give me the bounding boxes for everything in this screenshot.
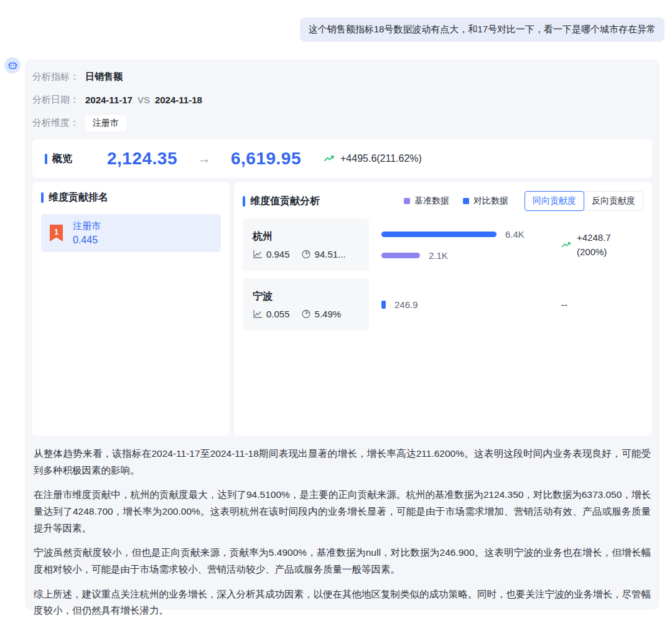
rank-1-flag-icon: 1: [50, 225, 63, 241]
legend-compare-data: 对比数据: [463, 195, 508, 207]
legend-base-label: 基准数据: [414, 195, 449, 207]
line-chart-icon: [253, 250, 263, 259]
overview-delta: +4495.6(211.62%): [324, 153, 422, 164]
dimension-analysis-title-text: 维度值贡献分析: [250, 195, 320, 208]
ranking-title-text: 维度贡献排名: [49, 191, 108, 204]
bar-chart-ningbo: 246.9: [369, 278, 561, 330]
metric-row: 分析指标： 日销售额: [32, 65, 652, 88]
ratio-value: 5.49%: [315, 309, 342, 319]
compare-date: 2024-11-18: [155, 95, 202, 105]
summary-paragraph: 综上所述，建议重点关注杭州的业务增长，深入分析其成功因素，以便在其他地区复制类似…: [34, 586, 651, 618]
compare-bar: [381, 232, 497, 237]
dimension-label: 分析维度：: [32, 117, 79, 129]
summary-paragraph: 从整体趋势来看，该指标在2024-11-17至2024-11-18期间表现出显著…: [34, 446, 651, 479]
reverse-direction-toggle[interactable]: 反向贡献度: [584, 191, 643, 211]
compare-bar: [381, 301, 386, 309]
ranking-item-value: 0.445: [73, 235, 101, 246]
ratio-stat: 94.51...: [301, 249, 346, 260]
base-data-swatch: [404, 198, 410, 204]
pie-chart-icon: [301, 309, 311, 319]
contribution-stat: 0.055: [253, 309, 290, 319]
pie-chart-icon: [301, 249, 311, 259]
chart-legend: 基准数据 对比数据: [404, 195, 508, 207]
ranking-card: 维度贡献排名 1 注册市 0.445: [32, 182, 230, 436]
line-chart-icon: [253, 309, 263, 319]
base-bar-label: 2.1K: [429, 250, 448, 261]
dimension-tag[interactable]: 注册市: [85, 115, 126, 131]
date-label: 分析日期：: [32, 94, 79, 106]
legend-base-data: 基准数据: [404, 195, 449, 207]
city-name: 杭州: [253, 230, 359, 243]
overview-title: 概览: [45, 152, 72, 166]
overview-card: 概览 2,124.35 → 6,619.95 +4495.6(211.62%): [32, 139, 652, 178]
city-card-ningbo[interactable]: 宁波 0.055: [243, 278, 369, 330]
contribution-stat: 0.945: [253, 249, 290, 260]
overview-compare-value: 6,619.95: [231, 149, 301, 169]
trend-up-icon: [561, 241, 572, 249]
dimension-analysis-card: 维度值贡献分析 基准数据 对比数据 同向贡献度 反向贡献度: [234, 182, 652, 436]
compare-bar-label: 246.9: [394, 299, 418, 310]
ranking-item-name: 注册市: [73, 220, 101, 232]
accent-bar: [243, 196, 245, 207]
delta-hangzhou: +4248.7 (200%): [561, 218, 643, 271]
compare-data-swatch: [463, 198, 469, 204]
ranking-item-registered-city[interactable]: 1 注册市 0.445: [41, 214, 221, 252]
legend-compare-label: 对比数据: [474, 195, 508, 207]
contribution-value: 0.055: [266, 309, 290, 319]
overview-title-text: 概览: [52, 152, 72, 166]
delta-ningbo: --: [561, 278, 643, 330]
compare-bar-label: 6.4K: [505, 229, 525, 240]
summary-paragraph: 在注册市维度贡献中，杭州的贡献度最大，达到了94.5100%，是主要的正向贡献来…: [34, 487, 651, 536]
ratio-value: 94.51...: [315, 249, 346, 260]
dimension-analysis-title: 维度值贡献分析: [243, 195, 320, 208]
metric-label: 分析指标：: [32, 71, 79, 83]
same-direction-toggle[interactable]: 同向贡献度: [525, 191, 584, 211]
summary-paragraph: 宁波虽然贡献度较小，但也是正向贡献来源，贡献率为5.4900%，基准数据为nul…: [34, 545, 651, 578]
summary-text: 从整体趋势来看，该指标在2024-11-17至2024-11-18期间表现出显著…: [32, 446, 652, 618]
arrow-right-icon: →: [197, 151, 211, 167]
base-bar: [381, 253, 420, 258]
dimension-row-hangzhou: 杭州 0.945: [243, 218, 643, 271]
bar-chart-hangzhou: 6.4K 2.1K: [369, 218, 561, 271]
change-value: --: [561, 299, 567, 310]
user-message-bubble: 这个销售额指标18号数据波动有点大，和17号对比一下，看一下是哪个城市存在异常: [300, 17, 665, 42]
overview-delta-text: +4495.6(211.62%): [340, 153, 422, 164]
ai-assistant-avatar: [4, 57, 21, 73]
analysis-panel: 分析指标： 日销售额 分析日期： 2024-11-17 VS 2024-11-1…: [25, 59, 660, 610]
contribution-value: 0.945: [266, 249, 290, 260]
accent-bar: [45, 154, 47, 164]
vs-label: VS: [138, 95, 150, 105]
contribution-toggle-group: 同向贡献度 反向贡献度: [525, 191, 643, 211]
ratio-stat: 5.49%: [301, 309, 342, 319]
metric-value: 日销售额: [85, 71, 123, 83]
overview-base-value: 2,124.35: [107, 149, 177, 169]
robot-icon: [7, 60, 18, 71]
dimension-row-ningbo: 宁波 0.055: [243, 278, 643, 330]
change-value: +4248.7: [577, 232, 611, 243]
ranking-title: 维度贡献排名: [41, 191, 221, 204]
base-date: 2024-11-17: [85, 95, 133, 105]
dimension-row: 分析维度： 注册市: [32, 111, 652, 134]
city-card-hangzhou[interactable]: 杭州 0.945: [243, 218, 369, 271]
change-rate: (200%): [577, 246, 611, 257]
accent-bar: [41, 192, 44, 203]
trend-up-icon: [324, 154, 335, 163]
city-name: 宁波: [253, 290, 359, 303]
date-row: 分析日期： 2024-11-17 VS 2024-11-18: [32, 88, 652, 111]
